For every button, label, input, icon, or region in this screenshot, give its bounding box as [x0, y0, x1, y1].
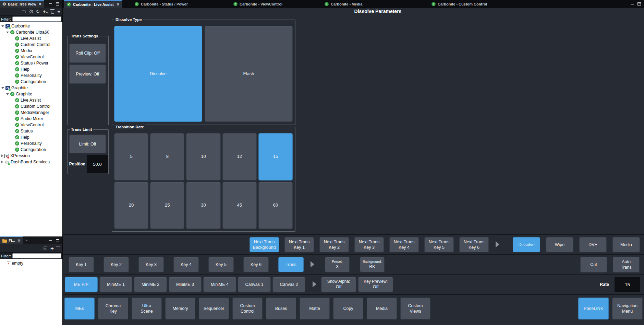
tree-item-graphite[interactable]: G✓Graphite	[0, 85, 62, 91]
minime-2-button[interactable]: MiniME 2	[134, 277, 167, 292]
maximize-icon[interactable]	[56, 2, 59, 5]
copy-button[interactable]: Copy	[333, 298, 363, 320]
add-icon[interactable]: +	[43, 9, 48, 14]
tree-item-help[interactable]: ✓Help	[0, 134, 62, 140]
60-button[interactable]: 60	[258, 182, 293, 229]
canvas-2-button[interactable]: Canvas 2	[272, 277, 305, 292]
minimize-icon[interactable]	[631, 4, 634, 4]
collapse-icon[interactable]	[1, 25, 4, 27]
position-value-field[interactable]: 50.0	[87, 155, 108, 173]
add-icon[interactable]: +	[50, 245, 54, 251]
12-button[interactable]: 12	[222, 133, 257, 181]
key-preview-button[interactable]: Key Preview: Off	[358, 277, 393, 292]
me-p-p-button[interactable]: ME P/P	[65, 277, 98, 292]
tree-item-xpression[interactable]: XXPression	[0, 153, 62, 159]
dissolve-button[interactable]: Dissolve	[114, 26, 202, 122]
close-icon[interactable]: ×	[18, 239, 20, 243]
basic-tree-view-tab[interactable]: ⚙ Basic Tree View ×	[0, 0, 44, 8]
close-icon[interactable]: ×	[39, 2, 41, 6]
minimize-icon[interactable]	[49, 240, 52, 241]
tab-carbonite-live-assist[interactable]: ✓Carbonite - Live Assist×	[64, 0, 122, 8]
tree-item-carbonite-ultra60[interactable]: ✓Carbonite Ultra60	[0, 29, 62, 35]
tree-item-configuration[interactable]: ✓Configuration	[0, 147, 62, 153]
8-button[interactable]: 8	[150, 133, 184, 181]
custom-views-button[interactable]: Custom Views	[400, 298, 430, 320]
tree-item-viewcontrol[interactable]: ✓ViewControl	[0, 122, 62, 128]
auto-trans-button[interactable]: Auto Trans	[613, 257, 640, 272]
tree-item-personality[interactable]: ✓Personality	[0, 140, 62, 147]
20-button[interactable]: 20	[114, 182, 148, 229]
canvas-1-button[interactable]: Canvas 1	[238, 277, 271, 292]
limit-off-button[interactable]: Limit: Off	[69, 135, 106, 153]
show-alpha-button[interactable]: Show Alpha: Off	[321, 277, 356, 292]
dissolve-button[interactable]: Dissolve	[513, 237, 540, 252]
tree-item-mediamanager[interactable]: ✓MediaManager	[0, 109, 62, 116]
filter-brush-icon[interactable]	[29, 10, 33, 13]
panelink-button[interactable]: PaneLINK	[578, 298, 609, 320]
tree-item-carbonite[interactable]: C✓Carbonite	[0, 23, 62, 29]
file-navigator-tab[interactable]: Fi... ×	[0, 236, 23, 244]
rate-value-field[interactable]: 15	[615, 277, 640, 292]
next-trans-key-4-button[interactable]: Next Trans Key 4	[389, 237, 419, 252]
file-filter-input[interactable]	[12, 253, 61, 258]
15-button[interactable]: 15	[258, 133, 293, 181]
key-5-button[interactable]: Key 5	[208, 257, 234, 272]
key-3-button[interactable]: Key 3	[138, 257, 164, 272]
wipe-button[interactable]: Wipe	[546, 237, 573, 252]
maximize-icon[interactable]	[56, 239, 59, 242]
media-button[interactable]: Media	[612, 237, 640, 252]
tree-item-custom-control[interactable]: ✓Custom Control	[0, 103, 62, 109]
expand-icon[interactable]	[1, 154, 3, 157]
tree-item-help[interactable]: ✓Help	[0, 66, 62, 72]
collapse-icon[interactable]	[6, 93, 9, 95]
tree-item-personality[interactable]: ✓Personality	[0, 72, 62, 79]
next-trans-key-6-button[interactable]: Next Trans Key 6	[459, 237, 489, 252]
tree-item-dashboard-services[interactable]: ⚙✓DashBoard Services	[0, 159, 62, 165]
5-button[interactable]: 5	[114, 133, 148, 181]
save-icon[interactable]	[44, 246, 47, 250]
matte-button[interactable]: Matte	[300, 298, 330, 320]
45-button[interactable]: 45	[222, 182, 257, 229]
tab-carbonite-viewcontrol[interactable]: ✓Carbonite - ViewControl	[230, 0, 285, 8]
custom-control-button[interactable]: Custom Control	[232, 298, 263, 320]
key-1-button[interactable]: Key 1	[69, 257, 94, 272]
preset-button[interactable]: Preset: 3	[325, 257, 350, 272]
list-view-icon[interactable]: ≡	[57, 9, 60, 14]
delete-icon[interactable]	[51, 10, 54, 14]
minime-3-button[interactable]: MiniME 3	[169, 277, 202, 292]
tab-overflow-icon[interactable]: »	[25, 238, 27, 242]
minimize-icon[interactable]	[49, 3, 52, 4]
next-trans-key-2-button[interactable]: Next Trans Key 2	[319, 237, 349, 252]
25-button[interactable]: 25	[150, 182, 184, 229]
dve-button[interactable]: DVE	[579, 237, 607, 252]
chroma-key-button[interactable]: Chroma Key	[98, 298, 128, 320]
background-button[interactable]: Background: BK	[360, 257, 385, 272]
tree-item-live-assist[interactable]: ✓Live Assist	[0, 35, 62, 42]
next-trans-key-5-button[interactable]: Next Trans Key 5	[424, 237, 454, 252]
collapse-icon[interactable]	[1, 87, 4, 89]
collapse-icon[interactable]	[6, 32, 9, 33]
trans-button[interactable]: Trans	[278, 257, 304, 272]
mes-button[interactable]: MEs	[64, 298, 95, 320]
tree-item-viewcontrol[interactable]: ✓ViewControl	[0, 54, 62, 60]
refresh-icon[interactable]: ↻	[36, 9, 40, 14]
next-trans-key-1-button[interactable]: Next Trans Key 1	[284, 237, 314, 252]
new-view-icon[interactable]	[22, 10, 26, 13]
next-trans-key-3-button[interactable]: Next Trans Key 3	[354, 237, 384, 252]
navigation-menu-button[interactable]: Navigation Menu	[612, 298, 643, 320]
tree-item-graphite[interactable]: ✓Graphite	[0, 91, 62, 97]
key-2-button[interactable]: Key 2	[104, 257, 129, 272]
preview-off-button[interactable]: Preview: Off	[69, 65, 106, 84]
minime-1-button[interactable]: MiniME 1	[99, 277, 132, 292]
tree-item-custom-control[interactable]: ✓Custom Control	[0, 42, 62, 48]
tree-item-media[interactable]: ✓Media	[0, 48, 62, 54]
cut-button[interactable]: Cut	[580, 257, 607, 272]
expand-icon[interactable]	[1, 161, 3, 163]
tab-carbonite-custom-control[interactable]: ✓Carbonite - Custom Control	[428, 0, 490, 8]
tab-carbonite-media[interactable]: ✓Carbonite - Media	[321, 0, 365, 8]
tree-item-live-assist[interactable]: ✓Live Assist	[0, 97, 62, 103]
close-icon[interactable]: ×	[117, 2, 119, 7]
sequencer-button[interactable]: Sequencer	[199, 298, 229, 320]
tree-item-status-power[interactable]: ✓Status / Power	[0, 60, 62, 66]
tab-carbonite-status-power[interactable]: ✓Carbonite - Status / Power	[132, 0, 191, 8]
